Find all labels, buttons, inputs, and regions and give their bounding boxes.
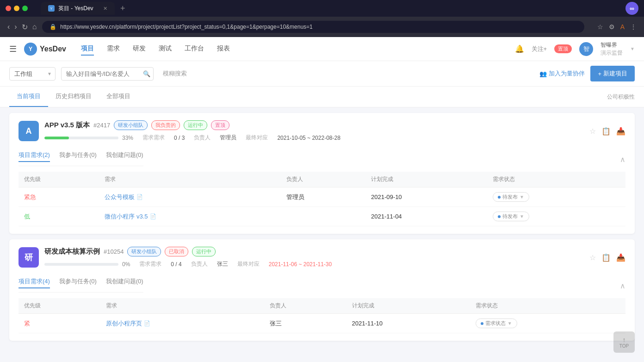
user-avatar[interactable]: 智 — [579, 42, 593, 56]
hamburger-menu[interactable]: ☰ — [9, 44, 17, 54]
edit-icon-2[interactable]: 📋 — [601, 253, 611, 262]
status-badge-3[interactable]: 需求状态 ▼ — [476, 318, 517, 328]
progress-wrapper-2: 0% — [44, 261, 130, 268]
th-assignee-1: 负责人 — [281, 172, 365, 187]
progress-text-2: 0% — [122, 261, 130, 268]
forward-button[interactable]: › — [14, 23, 17, 31]
project-header-2: 研 研发成本核算示例 #10254 研发小组队 已取消 运行中 0% — [19, 247, 625, 268]
stab-my-issues-2[interactable]: 我创建问题(0) — [106, 277, 143, 288]
needs-label-2: 需求需求 — [139, 260, 161, 268]
active-browser-tab[interactable]: Y 英目 - YesDev ✕ — [41, 2, 115, 15]
star-icon-1[interactable]: ☆ — [589, 127, 596, 136]
stab-my-tasks-2[interactable]: 我参与任务(0) — [59, 277, 97, 288]
search-input[interactable] — [66, 70, 140, 77]
stab-my-tasks-1[interactable]: 我参与任务(0) — [59, 151, 97, 162]
status-dot-1 — [498, 196, 501, 199]
assignee-cell-1: 管理员 — [286, 193, 304, 200]
nav-item-requirements[interactable]: 需求 — [107, 43, 120, 56]
project-info-1: APP v3.5 版本 #2417 研发小组队 我负责的 运行中 置顶 33% … — [44, 120, 584, 142]
user-name: 智曝界 — [601, 41, 623, 49]
toolbar: 工作组 ▼ 🔍 模糊搜索 👥 加入为量协伴 + 新建项目 — [0, 61, 644, 87]
needs-label-1: 需求需求 — [142, 134, 165, 142]
maximize-dot[interactable] — [22, 6, 28, 11]
date-cell-2: 2021-11-04 — [371, 213, 402, 220]
workgroup-select-wrapper: 工作组 ▼ — [9, 67, 56, 81]
back-to-top-button[interactable]: ↑ TOP — [613, 331, 635, 344]
nav-item-workbench[interactable]: 工作台 — [185, 43, 204, 56]
titlebar: Y 英目 - YesDev ✕ + ∞ — [0, 0, 644, 17]
th-assignee-col-2: 负责人 — [264, 298, 346, 314]
status-badge-1[interactable]: 待发布 ▼ — [493, 192, 529, 202]
progress-bar-1 — [44, 137, 118, 139]
main-navigation: ☰ Y YesDev 项目 需求 研发 测试 工作台 报表 🔔 关注+ 置顶 智… — [0, 37, 644, 61]
fuzzy-search-toggle[interactable]: 模糊搜索 — [159, 67, 191, 81]
notification-icon[interactable]: 🔔 — [515, 44, 524, 53]
stab-requirements-2[interactable]: 项目需求(4) — [19, 277, 50, 288]
req-link-1[interactable]: 公众号模板 📄 — [105, 193, 275, 201]
project-id-2: #10254 — [104, 248, 124, 255]
th-status-col-2: 需求状态 — [470, 298, 625, 314]
tab-close-icon[interactable]: ✕ — [103, 6, 107, 12]
new-tab-button[interactable]: + — [117, 4, 129, 13]
nav-item-test[interactable]: 测试 — [159, 43, 172, 56]
menu-icon[interactable]: ⋮ — [630, 23, 637, 31]
logo: Y YesDev — [24, 43, 66, 56]
table-row: 紧急 公众号模板 📄 管理员 2021-09-10 待发布 ▼ — [19, 187, 625, 207]
star-icon-2[interactable]: ☆ — [589, 253, 596, 262]
join-button[interactable]: 👥 加入为量协伴 — [539, 69, 585, 78]
edit-icon-1[interactable]: 📋 — [601, 127, 611, 136]
home-button[interactable]: ⌂ — [32, 23, 37, 31]
project-actions-2: ☆ 📋 📥 — [589, 253, 625, 262]
progress-bar-2 — [44, 263, 118, 266]
minimize-dot[interactable] — [14, 6, 19, 11]
project-meta-2: 0% 需求需求 0 / 4 负责人 张三 最终对应 2021-11-06 ~ 2… — [44, 260, 584, 268]
tab-archived-projects[interactable]: 历史归档项目 — [48, 87, 99, 107]
status-chevron-1: ▼ — [520, 194, 524, 200]
progress-text-1: 33% — [122, 135, 133, 141]
search-icon[interactable]: 🔍 — [143, 70, 150, 77]
collapse-button-1[interactable]: ∧ — [620, 155, 625, 164]
project-title-2: 研发成本核算示例 — [44, 247, 100, 256]
nav-item-reports[interactable]: 报表 — [217, 43, 230, 56]
tag-team-2: 研发小组队 — [127, 247, 161, 256]
tab-list: 当前项目 历史归档项目 全部项目 — [9, 87, 138, 107]
content-area: A APP v3.5 版本 #2417 研发小组队 我负责的 运行中 置顶 33… — [0, 113, 644, 344]
user-profile-icon[interactable]: A — [620, 23, 625, 31]
follow-button[interactable]: 关注+ — [532, 45, 547, 53]
bookmark-icon[interactable]: ☆ — [597, 23, 603, 31]
project-meta-1: 33% 需求需求 0 / 3 负责人 管理员 最终对应 2021-10-05 ~… — [44, 134, 584, 142]
tab-title: 英目 - YesDev — [58, 5, 93, 12]
nav-item-project[interactable]: 项目 — [81, 43, 94, 56]
nav-right: 🔔 关注+ 置顶 智 智曝界 演示监督 ▼ — [515, 41, 635, 57]
tag-cancelled-2: 已取消 — [165, 247, 188, 256]
project-actions-1: ☆ 📋 📥 — [589, 127, 625, 136]
assignee-label-1: 负责人 — [194, 134, 211, 142]
priority-cell-1: 紧急 — [24, 193, 36, 200]
priority-cell-2: 低 — [24, 213, 30, 220]
sort-options[interactable]: 公司积极性 — [607, 93, 635, 101]
nav-item-dev[interactable]: 研发 — [133, 43, 146, 56]
table-row: 紧 原创小程序页 📄 张三 2021-11-10 需求状态 ▼ — [19, 314, 625, 333]
archive-icon-1[interactable]: 📥 — [616, 127, 625, 136]
user-role: 演示监督 — [601, 49, 623, 57]
stab-requirements-1[interactable]: 项目需求(2) — [19, 151, 50, 162]
workgroup-select[interactable]: 工作组 — [9, 67, 56, 81]
tab-current-projects[interactable]: 当前项目 — [9, 87, 48, 107]
archive-icon-2[interactable]: 📥 — [616, 253, 625, 262]
refresh-button[interactable]: ↻ — [22, 23, 28, 31]
address-bar[interactable]: 🔒 https://www.yesdev.cn/platform/project… — [42, 21, 584, 33]
user-dropdown-icon[interactable]: ▼ — [630, 46, 635, 51]
create-project-button[interactable]: + 新建项目 — [590, 66, 635, 81]
stab-my-issues-1[interactable]: 我创建问题(0) — [106, 151, 143, 162]
req-link-3[interactable]: 原创小程序页 📄 — [106, 319, 259, 328]
req-link-2[interactable]: 微信小程序 v3.5 📄 — [105, 212, 275, 221]
project-tabs: 当前项目 历史归档项目 全部项目 公司积极性 — [0, 87, 644, 107]
status-badge-2[interactable]: 待发布 ▼ — [493, 212, 529, 221]
close-dot[interactable] — [6, 6, 11, 11]
pro-badge[interactable]: 置顶 — [554, 44, 572, 53]
back-button[interactable]: ‹ — [7, 23, 10, 31]
collapse-button-2[interactable]: ∧ — [620, 281, 625, 290]
th-requirement-2: 需求 — [100, 298, 264, 314]
extensions-icon[interactable]: ⚙ — [609, 23, 615, 31]
tab-all-projects[interactable]: 全部项目 — [99, 87, 138, 107]
